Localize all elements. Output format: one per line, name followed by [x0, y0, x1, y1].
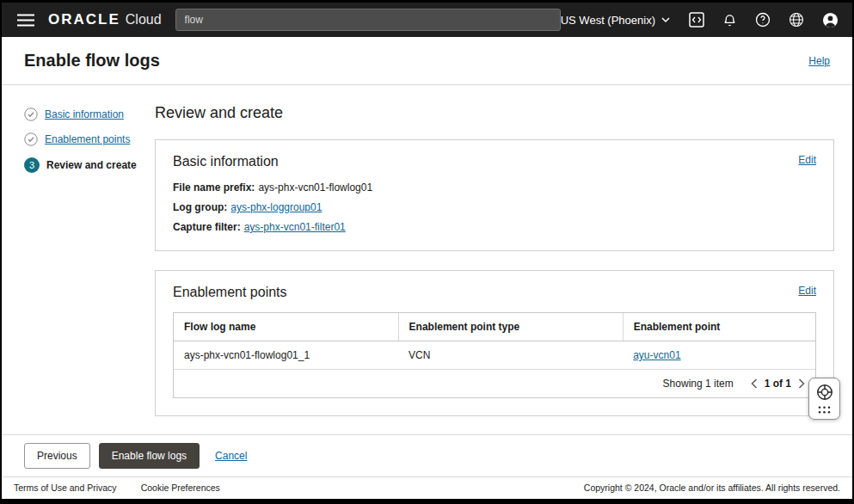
review-and-create-heading: Review and create: [155, 104, 834, 122]
notifications-bell-icon[interactable]: [721, 11, 739, 29]
check-circle-icon: [24, 132, 38, 146]
main-panel: Review and create Basic information Edit…: [155, 102, 834, 434]
basic-information-card: Basic information Edit File name prefix:…: [155, 139, 834, 251]
step-number-badge: 3: [24, 157, 40, 173]
card-header: Basic information Edit: [173, 154, 816, 169]
card-title: Enablement points: [173, 285, 287, 300]
field-label: File name prefix:: [173, 181, 255, 194]
cell-enablement-point: ayu-vcn01: [623, 341, 815, 370]
cancel-link[interactable]: Cancel: [215, 450, 247, 462]
field-file-name-prefix: File name prefix:ays-phx-vcn01-flowlog01: [173, 181, 816, 194]
wizard-step-enablement-points: Enablement points: [24, 132, 155, 146]
copyright-text: Copyright © 2024, Oracle and/or its affi…: [584, 482, 840, 493]
capture-filter-link[interactable]: ays-phx-vcn01-filter01: [244, 221, 346, 233]
life-ring-icon: [815, 383, 834, 402]
previous-button[interactable]: Previous: [24, 443, 90, 469]
card-header: Enablement points Edit: [173, 285, 816, 300]
hamburger-menu-icon[interactable]: [14, 10, 38, 30]
content-area: Basic information Enablement points 3 Re…: [2, 85, 852, 434]
search-input[interactable]: [175, 9, 561, 31]
field-log-group: Log group:ays-phx-loggroup01: [173, 201, 816, 213]
grid-dots-icon: [817, 405, 832, 415]
region-label: US West (Phoenix): [561, 14, 655, 27]
chevron-down-icon: [661, 17, 670, 23]
log-group-link[interactable]: ays-phx-loggroup01: [230, 201, 322, 213]
enablement-points-card: Enablement points Edit Flow log name Ena…: [155, 270, 834, 416]
table-footer: Showing 1 item 1 of 1: [174, 370, 815, 397]
column-header-flow-log-name: Flow log name: [174, 313, 398, 341]
enablement-points-table: Flow log name Enablement point type Enab…: [173, 312, 816, 398]
cell-flow-log-name: ays-phx-vcn01-flowlog01_1: [174, 341, 398, 370]
check-circle-icon: [24, 108, 38, 121]
help-link[interactable]: Help: [808, 55, 830, 67]
column-header-enablement-point: Enablement point: [623, 313, 815, 341]
oci-console-page: ORACLE Cloud US West (Phoenix): [2, 3, 852, 499]
showing-items-text: Showing 1 item: [663, 378, 734, 390]
enable-flow-logs-button[interactable]: Enable flow logs: [99, 443, 200, 469]
column-header-enablement-point-type: Enablement point type: [398, 313, 623, 341]
page-indicator: 1 of 1: [765, 378, 791, 390]
chevron-right-icon[interactable]: [796, 377, 807, 390]
page-header: Enable flow logs Help: [2, 37, 852, 85]
field-value: ays-phx-vcn01-flowlog01: [258, 181, 372, 194]
user-avatar-icon[interactable]: [820, 10, 840, 30]
brand-oracle: ORACLE: [48, 11, 120, 28]
cookie-preferences-link[interactable]: Cookie Preferences: [141, 482, 220, 493]
dev-tools-icon[interactable]: [687, 10, 706, 29]
support-widget-button[interactable]: [808, 378, 840, 420]
pagination: 1 of 1: [749, 377, 807, 390]
field-capture-filter: Capture filter:ays-phx-vcn01-filter01: [173, 221, 816, 233]
cell-enablement-point-type: VCN: [398, 341, 623, 370]
wizard-steps: Basic information Enablement points 3 Re…: [24, 102, 155, 434]
globe-language-icon[interactable]: [787, 10, 806, 29]
table-header-row: Flow log name Enablement point type Enab…: [174, 313, 815, 341]
card-title: Basic information: [173, 154, 279, 169]
edit-basic-information-link[interactable]: Edit: [798, 154, 816, 166]
help-question-icon[interactable]: [753, 10, 772, 29]
edit-enablement-points-link[interactable]: Edit: [798, 285, 816, 297]
table-row: ays-phx-vcn01-flowlog01_1 VCN ayu-vcn01: [174, 341, 815, 370]
field-label: Capture filter:: [173, 221, 241, 233]
brand-cloud: Cloud: [126, 12, 162, 28]
wizard-step-basic-information: Basic information: [24, 108, 155, 121]
oracle-cloud-logo: ORACLE Cloud: [48, 11, 162, 28]
chevron-left-icon[interactable]: [749, 377, 759, 390]
wizard-step-link[interactable]: Basic information: [45, 108, 124, 120]
action-bar: Previous Enable flow logs Cancel: [2, 434, 852, 476]
field-label: Log group:: [173, 201, 227, 213]
region-selector[interactable]: US West (Phoenix): [561, 14, 670, 27]
topbar: ORACLE Cloud US West (Phoenix): [2, 3, 852, 37]
wizard-step-review-and-create: 3 Review and create: [24, 157, 155, 173]
topbar-icons: [687, 10, 840, 30]
page-title: Enable flow logs: [24, 51, 160, 71]
terms-of-use-link[interactable]: Terms of Use and Privacy: [14, 482, 117, 493]
enablement-point-link[interactable]: ayu-vcn01: [633, 349, 680, 361]
wizard-step-link[interactable]: Enablement points: [45, 133, 130, 145]
site-footer: Terms of Use and Privacy Cookie Preferen…: [2, 476, 852, 499]
wizard-step-label: Review and create: [46, 159, 137, 171]
